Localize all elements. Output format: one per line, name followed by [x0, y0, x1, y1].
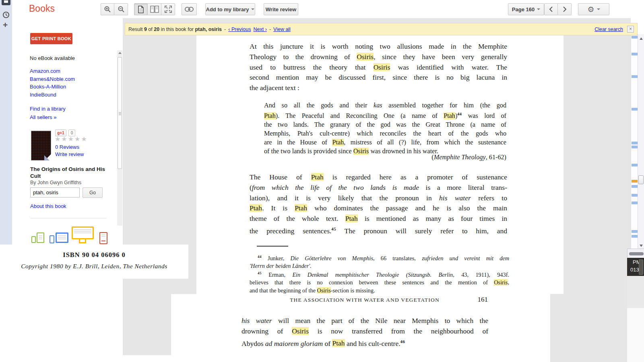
view-mode-group	[134, 3, 175, 15]
search-result-marker[interactable]	[632, 185, 638, 188]
settings-button[interactable]: ⚙	[578, 3, 609, 15]
go-button[interactable]: Go	[83, 187, 103, 198]
get-print-book-button[interactable]: GET PRINT BOOK	[30, 33, 72, 44]
gear-icon: ⚙	[587, 5, 594, 14]
search-result-marker[interactable]	[632, 194, 638, 197]
book-cover-thumbnail[interactable]	[31, 131, 51, 160]
search-result-marker[interactable]	[632, 202, 638, 204]
fragment-area	[627, 276, 644, 308]
link-chain-icon	[185, 7, 194, 12]
yellow-desktop-stand	[79, 239, 86, 243]
previous-page-button[interactable]	[544, 3, 558, 15]
next-result-link[interactable]: Next ›	[254, 27, 267, 32]
search-result-marker[interactable]	[632, 230, 638, 233]
isbn-text: ISBN 90 04 06096 0	[0, 251, 188, 259]
current-result-marker[interactable]	[632, 180, 638, 183]
hscrollbar-thumb	[629, 252, 644, 255]
quote-attribution: (Memphite Theology, 61-62)	[264, 154, 506, 161]
copyright-text: Copyright 1980 by E.J. Brill, Leiden, Th…	[0, 263, 188, 270]
page-select-label: Page 160	[512, 6, 535, 12]
red-ereader-icon	[99, 232, 107, 244]
zoom-in-icon	[104, 6, 111, 13]
search-result-marker[interactable]	[632, 146, 638, 148]
link-button[interactable]	[182, 3, 197, 15]
search-result-banner: Result 9 of 20 in this book for ptah, os…	[125, 23, 638, 35]
separator-dash: -	[224, 27, 226, 32]
all-sellers-link[interactable]: All sellers »	[30, 114, 56, 120]
result-count-text: Result 9 of 20 in this book for ptah, os…	[128, 27, 222, 32]
search-results-minimap[interactable]	[631, 35, 638, 249]
search-result-marker[interactable]	[632, 235, 638, 238]
two-page-icon	[150, 6, 159, 13]
no-ebook-text: No eBook available	[30, 55, 75, 61]
seller-link-indiebound[interactable]: IndieBound	[30, 92, 56, 98]
search-result-marker[interactable]	[632, 164, 638, 167]
search-result-marker[interactable]	[632, 75, 638, 78]
zoom-in-button[interactable]	[101, 3, 114, 15]
scroll-up-icon[interactable]	[640, 37, 643, 40]
fullscreen-button[interactable]	[161, 3, 175, 15]
seller-link-barnesnoble[interactable]: Barnes&Noble.com	[30, 76, 75, 82]
books-logo[interactable]: Books	[29, 3, 55, 14]
fullscreen-icon	[165, 6, 172, 13]
page-curl-shade	[44, 155, 50, 160]
footnote-44: 44 Junker, Die Götterlehre von Memphis, …	[250, 253, 509, 270]
separator-dash: -	[269, 27, 271, 32]
search-result-marker[interactable]	[632, 108, 638, 111]
sidebar-scrollbar[interactable]	[117, 50, 122, 226]
chevron-left-icon	[549, 6, 553, 12]
seller-link-booksamillion[interactable]: Books-A-Million	[30, 84, 66, 90]
zoom-out-button[interactable]	[114, 3, 128, 15]
blue-tablet-icon	[56, 232, 68, 243]
previous-result-link[interactable]: ‹ Previous	[228, 27, 251, 32]
search-result-marker[interactable]	[632, 142, 638, 144]
toolbar: Books	[0, 0, 644, 18]
block-quote: And so all the gods and their kas assemb…	[264, 101, 506, 156]
find-in-library-link[interactable]: Find in a library	[30, 106, 66, 112]
scroll-up-icon[interactable]	[118, 52, 122, 54]
running-header: THE ASSOCIATION WITH WATER AND VEGETATIO…	[242, 297, 488, 303]
green-phone-icon	[31, 236, 36, 243]
rating-stars-icon[interactable]: ★★★★★	[55, 135, 88, 143]
view-all-link[interactable]: View all	[273, 27, 291, 32]
copyright-snippet-overlay: ISBN 90 04 06096 0 Copyright 1980 by E.J…	[0, 245, 188, 279]
scrollbar-grip	[119, 112, 121, 113]
paragraph-3: his water will mean the part of the Nile…	[242, 316, 488, 349]
book-author: By John Gwyn Griffiths	[30, 180, 81, 185]
write-review-button[interactable]: Write review	[264, 3, 298, 15]
bookmarks-panel-icon[interactable]	[2, 0, 10, 5]
yellow-desktop-icon	[72, 226, 94, 239]
chevron-down-icon	[537, 8, 540, 10]
search-result-marker[interactable]	[632, 36, 638, 39]
seller-link-amazon[interactable]: Amazon.com	[30, 68, 60, 74]
page-select-button[interactable]: Page 160	[508, 3, 544, 15]
footnote-rule	[257, 246, 288, 247]
zoom-out-icon	[118, 6, 125, 13]
search-result-marker[interactable]	[632, 53, 638, 56]
search-in-book-input[interactable]	[30, 187, 80, 197]
chevron-right-icon	[563, 6, 567, 12]
close-icon[interactable]: ×	[627, 26, 634, 33]
running-header-text: THE ASSOCIATION WITH WATER AND VEGETATIO…	[290, 297, 440, 303]
history-clock-icon[interactable]	[2, 11, 10, 19]
write-review-link[interactable]: Write review	[55, 151, 84, 157]
paragraph-1: At this juncture it is worth noting two …	[250, 41, 507, 93]
zoom-button-group	[101, 3, 128, 15]
reviews-link[interactable]: 0 Reviews	[55, 144, 79, 150]
single-page-view-button[interactable]	[134, 3, 148, 15]
fragment-scrollbar-thumb	[639, 259, 643, 275]
viewer-scrollbar[interactable]	[638, 34, 644, 249]
sidebar-scrollbar-thumb[interactable]	[118, 57, 122, 169]
page-gap	[117, 355, 171, 362]
clear-search-link[interactable]: Clear search	[594, 27, 623, 32]
about-this-book-link[interactable]: About this book	[30, 203, 66, 209]
add-plus-icon[interactable]: +	[3, 20, 8, 30]
two-page-view-button[interactable]	[148, 3, 161, 15]
scroll-down-icon[interactable]	[640, 245, 643, 247]
green-tablet-icon	[37, 232, 44, 243]
blue-phone-icon	[50, 235, 54, 243]
viewer-scrollbar-thumb[interactable]	[638, 175, 644, 184]
book-title: The Origins of Osiris and His Cult	[30, 166, 113, 179]
add-to-library-button[interactable]: Add to my library	[205, 3, 255, 15]
next-page-button[interactable]	[558, 3, 572, 15]
